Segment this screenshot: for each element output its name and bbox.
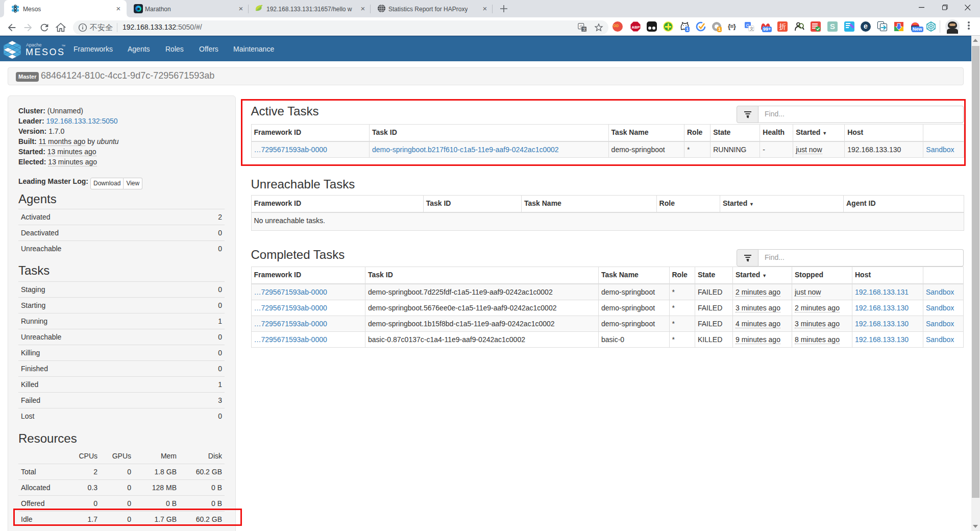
svg-text:ABP: ABP — [632, 25, 640, 30]
svg-text:文: 文 — [582, 27, 586, 32]
svg-text:文: 文 — [750, 26, 754, 31]
